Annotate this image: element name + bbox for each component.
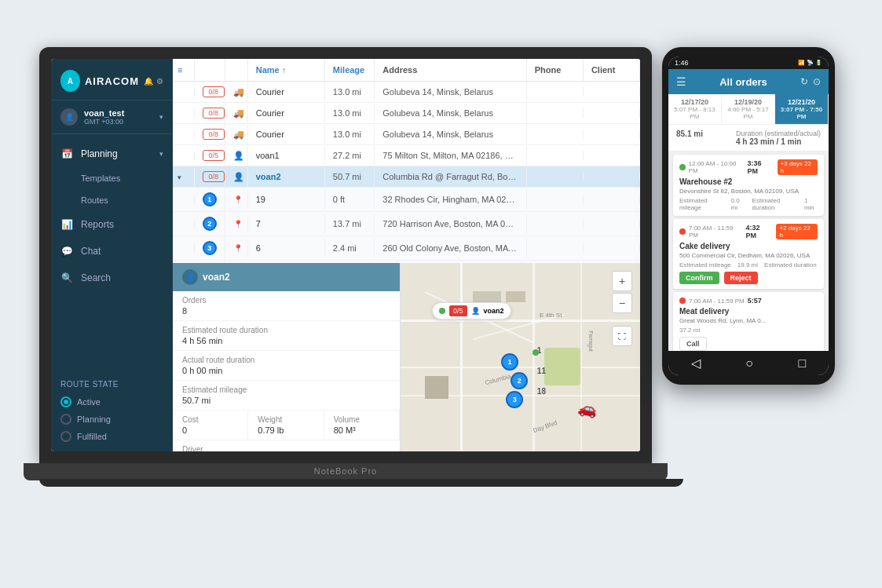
driver-name: voan2	[203, 272, 230, 283]
sub-row-address: 32 Rhodes Cir, Hingham, MA 02043, ...	[375, 190, 526, 209]
est-duration-detail: Estimated route duration 4 h 56 min	[173, 321, 400, 351]
orders-label: Orders	[182, 296, 390, 305]
route-state-active[interactable]: Active	[60, 393, 163, 411]
order-status-dot	[679, 298, 686, 304]
user-info: voan_test GMT +03:00	[84, 108, 153, 126]
scene: A AIRACOM 🔔⚙ 👤 voan_test GMT +03:00 ▾	[0, 0, 882, 588]
order-status-dot	[679, 164, 686, 170]
sidebar-item-reports[interactable]: 📊 Reports	[51, 211, 173, 238]
order-time-row: 12:00 AM - 10:00 PM 3:36 PM +3 days 22 h	[679, 159, 818, 175]
table-sub-row[interactable]: 3 📍 6 2.4 mi 260 Old Colony Ave, Boston,…	[173, 236, 640, 261]
order-time-range: 7:00 AM - 11:59 PM	[689, 225, 742, 239]
route-state-fulfilled[interactable]: Fulfilled	[60, 428, 163, 445]
th-address[interactable]: Address	[375, 59, 526, 81]
confirm-button[interactable]: Confirm	[679, 272, 719, 284]
map-expand-button[interactable]: ⛶	[612, 326, 632, 346]
phone-filter-icon[interactable]: ⊙	[813, 76, 821, 87]
route-metrics: Cost 0 Weight 0.79 lb Volume 80 M³	[173, 411, 400, 440]
sidebar-logo: A AIRACOM 🔔⚙	[51, 59, 173, 100]
avatar: 👤	[60, 108, 78, 126]
table-sub-row[interactable]: 1 📍 19 0 ft 32 Rhodes Cir, Hingham, MA 0…	[173, 188, 640, 212]
sub-row-pin-icon: 📍	[225, 191, 248, 209]
est-duration-label: Estimated route duration	[182, 326, 390, 334]
date-3-label: 12/21/20	[780, 98, 823, 106]
th-client[interactable]: Client	[584, 59, 640, 81]
row-vehicle-icon: 🚚	[225, 104, 248, 123]
phone-date-1[interactable]: 12/17/20 5:07 PM - 8:13 PM	[668, 94, 722, 124]
table-row[interactable]: 0/8 🚚 Courier 13.0 mi Golubeva 14, Minsk…	[173, 82, 640, 103]
est-mileage-label: Estimated mileage	[182, 385, 390, 394]
row-client	[584, 151, 640, 160]
row-menu-icon	[173, 87, 195, 97]
date-2-label: 12/19/20	[726, 98, 770, 106]
order-actual-time: 4:32 PM	[745, 224, 771, 239]
row-phone	[527, 172, 584, 181]
stat-duration-value: 4 h 23 min / 1 min	[736, 137, 821, 146]
phone-order[interactable]: 12:00 AM - 10:00 PM 3:36 PM +3 days 22 h…	[673, 155, 824, 216]
th-name[interactable]: Name ↑	[248, 59, 325, 81]
sidebar-item-chat[interactable]: 💬 Chat	[51, 238, 173, 265]
order-title: Cake delivery	[679, 242, 818, 250]
sub-row-stop: 3	[195, 236, 225, 260]
phone-date-2[interactable]: 12/19/20 4:00 PM - 5:17 PM	[722, 94, 775, 124]
row-address: Golubeva 14, Minsk, Belarus	[375, 82, 526, 101]
call-button[interactable]: Call	[679, 337, 707, 351]
order-time-row: 7:00 AM - 11:59 PM 5:57	[679, 297, 818, 305]
row-address: Columbia Rd @ Farragut Rd, Boston,...	[375, 167, 526, 186]
phone-recent-icon[interactable]: □	[799, 356, 807, 371]
row-client	[584, 87, 640, 97]
phone-home-icon[interactable]: ○	[745, 356, 753, 371]
table-row[interactable]: 0/5 👤 voan1 27.2 mi 75 Milton St, Milton…	[173, 145, 640, 166]
row-status: 0/8	[195, 103, 225, 123]
phone-menu-icon[interactable]: ☰	[676, 75, 686, 88]
th-phone[interactable]: Phone	[527, 59, 584, 81]
phone-order[interactable]: 7:00 AM - 11:59 PM 5:57 Meat delivery Gr…	[673, 292, 824, 351]
sidebar-item-search-label: Search	[81, 272, 111, 283]
sidebar-item-routes[interactable]: Routes	[51, 189, 173, 211]
order-late-badge: +3 days 22 h	[778, 159, 818, 175]
driver-detail: Driver	[173, 440, 400, 451]
th-menu: ≡	[173, 59, 195, 81]
sub-row-stop: 1	[195, 188, 225, 211]
reject-button[interactable]: Reject	[724, 272, 758, 284]
stat-duration-label: Duration (estimated/actual)	[736, 130, 821, 137]
bottom-area: 👤 voan2 Orders 8 Estimated route duratio…	[173, 263, 640, 451]
sub-row-spacer	[173, 243, 195, 253]
user-timezone: GMT +03:00	[84, 118, 153, 126]
phone-date-3[interactable]: 12/21/20 3:07 PM - 7:50 PM	[775, 94, 829, 124]
phone-order[interactable]: 7:00 AM - 11:59 PM 4:32 PM +2 days 22 h …	[673, 219, 824, 289]
table-row[interactable]: 0/8 🚚 Courier 13.0 mi Golubeva 14, Minsk…	[173, 103, 640, 124]
route-table: ≡ Name ↑ Mileage Address Phone Client	[173, 59, 640, 263]
row-name: Courier	[248, 125, 325, 144]
th-mileage[interactable]: Mileage	[325, 59, 375, 81]
sidebar-item-templates[interactable]: Templates	[51, 167, 173, 189]
sub-row-pin-icon: 📍	[225, 239, 248, 257]
route-state-section: Route state Active Planning Fulfilled	[51, 374, 173, 451]
table-sub-row[interactable]: 2 📍 7 13.7 mi 720 Harrison Ave, Boston, …	[173, 212, 640, 236]
zoom-in-button[interactable]: +	[612, 271, 632, 291]
sidebar-user[interactable]: 👤 voan_test GMT +03:00 ▾	[51, 100, 173, 134]
row-name: Courier	[248, 82, 325, 101]
table-row-expanded[interactable]: ▾ 0/8 👤 voan2 50.7 mi Columbia Rd @ Farr…	[173, 166, 640, 188]
phone-back-icon[interactable]: ◁	[691, 356, 701, 371]
sidebar-item-planning[interactable]: 📅 Planning ▾	[51, 141, 173, 167]
zoom-out-button[interactable]: −	[612, 293, 632, 313]
phone-refresh-icon[interactable]: ↻	[800, 76, 808, 87]
sub-row-client	[584, 195, 640, 204]
order-est-duration-label: Estimated duration	[764, 261, 817, 268]
volume-metric: Volume 80 M³	[324, 411, 400, 440]
est-duration-value: 4 h 56 min	[182, 336, 390, 345]
logo-icon: A	[60, 70, 80, 92]
row-mileage: 13.0 mi	[325, 82, 375, 101]
volume-value: 80 M³	[334, 425, 390, 435]
route-state-planning[interactable]: Planning	[60, 411, 163, 428]
user-name: voan_test	[84, 108, 153, 118]
sidebar-item-search[interactable]: 🔍 Search	[51, 265, 173, 291]
search-icon: 🔍	[60, 272, 73, 284]
table-row[interactable]: 0/8 🚚 Courier 13.0 mi Golubeva 14, Minsk…	[173, 124, 640, 145]
sub-row-spacer	[173, 195, 195, 204]
order-est-mileage-label: Estimated mileage	[679, 261, 731, 268]
planning-chevron-icon: ▾	[159, 150, 163, 158]
row-address: Golubeva 14, Minsk, Belarus	[375, 104, 526, 122]
laptop-screen: A AIRACOM 🔔⚙ 👤 voan_test GMT +03:00 ▾	[51, 59, 640, 451]
